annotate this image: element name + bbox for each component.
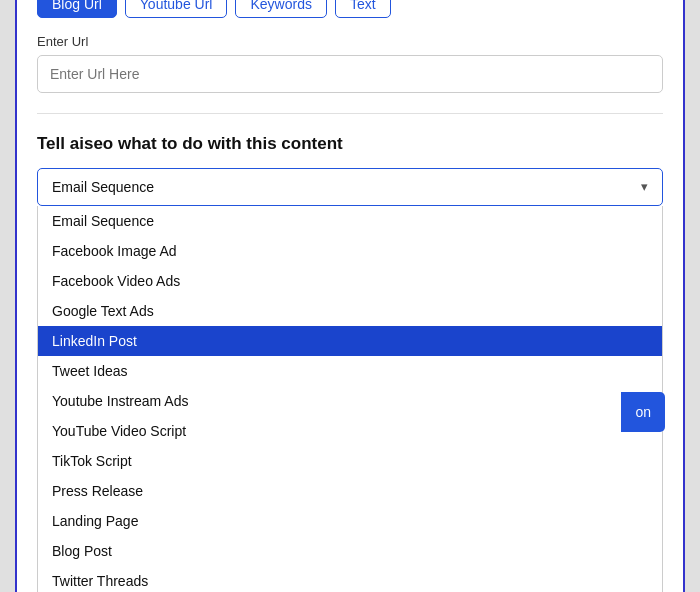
dropdown-item-linkedin[interactable]: LinkedIn Post	[38, 326, 662, 356]
tab-keywords[interactable]: Keywords	[235, 0, 326, 18]
tab-blog-url[interactable]: Blog Url	[37, 0, 117, 18]
dropdown-item[interactable]: Tweet Ideas	[38, 356, 662, 386]
dropdown-item[interactable]: Youtube Instream Ads	[38, 386, 662, 416]
tab-youtube-url[interactable]: Youtube Url	[125, 0, 228, 18]
dropdown-item[interactable]: Facebook Video Ads	[38, 266, 662, 296]
dropdown-wrapper: Email Sequence ▾ Email Sequence Facebook…	[37, 168, 663, 593]
main-container: Give aiseo content to Remix Turn a piece…	[15, 0, 685, 592]
dropdown-item[interactable]: Facebook Image Ad	[38, 236, 662, 266]
dropdown-list: Email Sequence Facebook Image Ad Faceboo…	[37, 206, 663, 593]
dropdown-item[interactable]: Twitter Threads	[38, 566, 662, 593]
dropdown-item[interactable]: YouTube Video Script	[38, 416, 662, 446]
action-button[interactable]: on	[621, 392, 665, 432]
dropdown-item[interactable]: Google Text Ads	[38, 296, 662, 326]
tab-row: Blog Url Youtube Url Keywords Text	[37, 0, 663, 18]
dropdown-selected[interactable]: Email Sequence ▾	[37, 168, 663, 206]
dropdown-item[interactable]: TikTok Script	[38, 446, 662, 476]
dropdown-item[interactable]: Email Sequence	[38, 206, 662, 236]
dropdown-arrow-icon: ▾	[641, 179, 648, 194]
section2-title: Tell aiseo what to do with this content	[37, 134, 663, 154]
dropdown-item[interactable]: Blog Post	[38, 536, 662, 566]
dropdown-item[interactable]: Press Release	[38, 476, 662, 506]
url-input-label: Enter Url	[37, 34, 663, 49]
dropdown-selected-label: Email Sequence	[52, 179, 154, 195]
dropdown-item[interactable]: Landing Page	[38, 506, 662, 536]
section-divider	[37, 113, 663, 114]
tab-text[interactable]: Text	[335, 0, 391, 18]
url-input[interactable]	[37, 55, 663, 93]
